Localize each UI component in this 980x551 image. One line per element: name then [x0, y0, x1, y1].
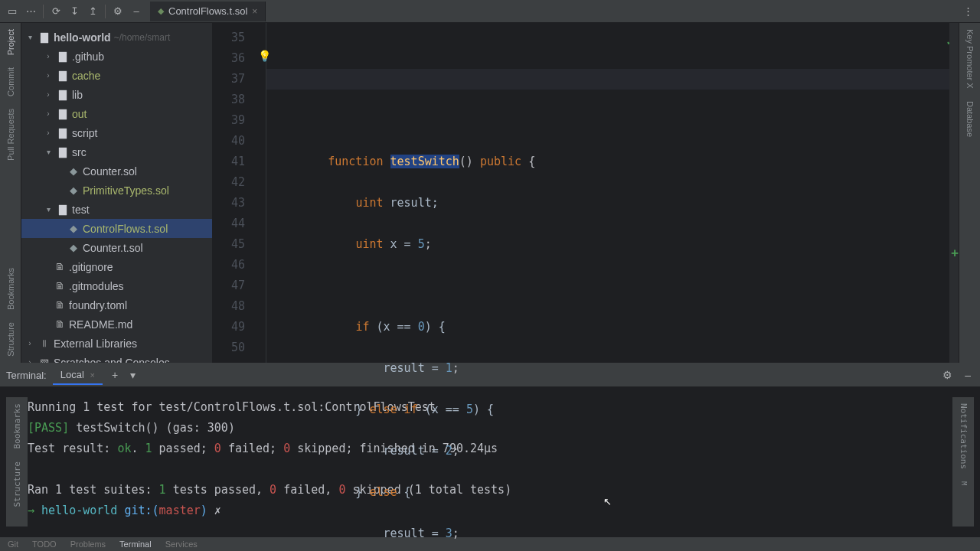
overflow-icon[interactable]: ⋯	[21, 2, 40, 21]
file-icon: 🗎	[54, 299, 66, 311]
rail-pull-requests[interactable]: Pull Requests	[6, 103, 15, 167]
chevron-down-icon[interactable]: ▾	[127, 369, 139, 381]
tree-root[interactable]: ▾ ▇ hello-world ~/home/smart	[21, 28, 212, 47]
project-tree: ▾ ▇ hello-world ~/home/smart › ▇ .github…	[21, 23, 213, 363]
rail-project[interactable]: Project	[6, 23, 15, 61]
diff-add-icon: +	[951, 246, 959, 260]
bottom-problems[interactable]: Problems	[70, 540, 106, 549]
rail-database[interactable]: Database	[965, 95, 975, 143]
tab-label: ControlFlows.t.sol	[168, 5, 247, 17]
tree-out[interactable]: › ▇ out	[21, 104, 212, 123]
folder-icon: ▇	[57, 51, 69, 62]
rail-bookmarks[interactable]: Bookmarks	[6, 262, 15, 316]
line-gutter: 35363738394041424344454647484950	[213, 23, 256, 363]
rail-structure-2[interactable]: Structure	[7, 455, 28, 514]
folder-icon: ▇	[38, 31, 51, 43]
file-icon: 🗎	[54, 280, 66, 292]
close-icon[interactable]: ×	[90, 370, 94, 380]
rail-notifications[interactable]: Notifications	[953, 397, 974, 475]
folder-icon: ▇	[57, 146, 69, 158]
code-editor[interactable]: 35363738394041424344454647484950 💡 } fun…	[213, 23, 959, 363]
tree-lib[interactable]: › ▇ lib	[21, 85, 212, 104]
tree-github[interactable]: › ▇ .github	[21, 47, 212, 66]
chevron-right-icon: ›	[43, 52, 54, 60]
tree-gitmodules[interactable]: 🗎 .gitmodules	[21, 276, 212, 295]
chevron-right-icon: ›	[43, 129, 54, 137]
chevron-down-icon: ▾	[24, 33, 35, 41]
chevron-down-icon: ▾	[43, 205, 54, 214]
bottom-services[interactable]: Services	[165, 540, 198, 549]
tree-cache[interactable]: › ▇ cache	[21, 66, 212, 85]
tree-gitignore[interactable]: 🗎 .gitignore	[21, 257, 212, 276]
folder-icon: ▇	[57, 127, 69, 139]
chevron-right-icon: ›	[24, 358, 35, 363]
file-icon: 🗎	[54, 318, 66, 330]
fold-strip: 💡	[256, 23, 266, 363]
chevron-right-icon: ›	[24, 339, 35, 347]
close-icon[interactable]: ×	[252, 6, 257, 17]
tree-test[interactable]: ▾ ▇ test	[21, 200, 212, 219]
right-rail: Key Promoter X Database	[959, 23, 980, 363]
folder-icon: ▇	[57, 70, 69, 81]
solidity-file-icon: ◆	[67, 242, 80, 253]
left-rail: Project Commit Pull Requests Bookmarks S…	[0, 23, 21, 363]
solidity-file-icon: ◆	[67, 184, 80, 196]
gear-icon[interactable]: ⚙	[109, 2, 127, 21]
minimize-icon[interactable]: –	[127, 2, 145, 21]
terminal-tab[interactable]: Local ×	[53, 366, 103, 385]
rail-bookmarks-2[interactable]: Bookmarks	[7, 397, 28, 455]
tree-external[interactable]: › ⫴ External Libraries	[21, 334, 212, 353]
terminal-title: Terminal:	[6, 370, 47, 381]
solidity-file-icon: ◆	[67, 165, 80, 177]
main-toolbar: ▭ ⋯ ⟳ ↧ ↥ ⚙ – ◆ ControlFlows.t.sol × ⋮	[0, 0, 980, 23]
tree-counter[interactable]: ◆ Counter.sol	[21, 161, 212, 181]
chevron-right-icon: ›	[43, 109, 54, 118]
rail-make[interactable]: M	[953, 475, 974, 491]
rail-keypromoter[interactable]: Key Promoter X	[965, 23, 975, 95]
editor-tab[interactable]: ◆ ControlFlows.t.sol ×	[150, 2, 266, 21]
tree-script[interactable]: › ▇ script	[21, 123, 212, 142]
file-icon: 🗎	[54, 261, 66, 272]
bottom-git[interactable]: Git	[8, 540, 18, 549]
folder-icon: ▇	[57, 204, 69, 215]
tree-primitive[interactable]: ◆ PrimitiveTypes.sol	[21, 181, 212, 200]
scratches-icon: ▧	[38, 357, 51, 363]
add-terminal-button[interactable]: +	[109, 369, 121, 381]
code-area[interactable]: } function testSwitch() public { uint re…	[266, 23, 949, 363]
folder-icon: ▇	[57, 89, 69, 100]
chevron-right-icon: ›	[43, 71, 54, 80]
library-icon: ⫴	[38, 337, 51, 350]
chevron-down-icon: ▾	[43, 148, 54, 156]
minimize-icon[interactable]: –	[962, 369, 974, 381]
rail-commit[interactable]: Commit	[6, 61, 15, 103]
tree-foundry[interactable]: 🗎 foundry.toml	[21, 295, 212, 315]
screen-icon[interactable]: ▭	[3, 2, 21, 21]
tree-countert[interactable]: ◆ Counter.t.sol	[21, 238, 212, 257]
minimap[interactable]: +	[949, 23, 959, 363]
sync-icon[interactable]: ⟳	[47, 2, 65, 21]
bottom-terminal[interactable]: Terminal	[119, 540, 152, 549]
tree-readme[interactable]: 🗎 README.md	[21, 315, 212, 334]
folder-icon: ▇	[57, 108, 69, 119]
rail-structure[interactable]: Structure	[6, 316, 15, 363]
solidity-file-icon: ◆	[158, 6, 164, 16]
arrow-down-icon[interactable]: ↧	[65, 2, 83, 21]
more-vertical-icon[interactable]: ⋮	[959, 2, 977, 21]
arrow-up-icon[interactable]: ↥	[83, 2, 102, 21]
chevron-right-icon: ›	[43, 90, 54, 99]
main-area: Project Commit Pull Requests Bookmarks S…	[0, 23, 980, 363]
tree-controlflows[interactable]: ◆ ControlFlows.t.sol	[21, 219, 212, 238]
bottom-todo[interactable]: TODO	[32, 540, 57, 549]
solidity-file-icon: ◆	[67, 223, 80, 234]
tree-scratches[interactable]: › ▧ Scratches and Consoles	[21, 353, 212, 363]
tree-src[interactable]: ▾ ▇ src	[21, 142, 212, 161]
